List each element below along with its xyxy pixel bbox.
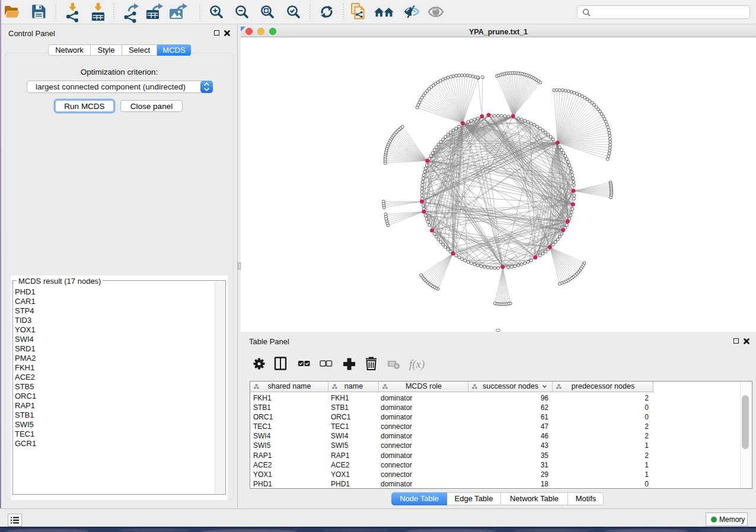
- svg-text:f(x): f(x): [409, 358, 425, 371]
